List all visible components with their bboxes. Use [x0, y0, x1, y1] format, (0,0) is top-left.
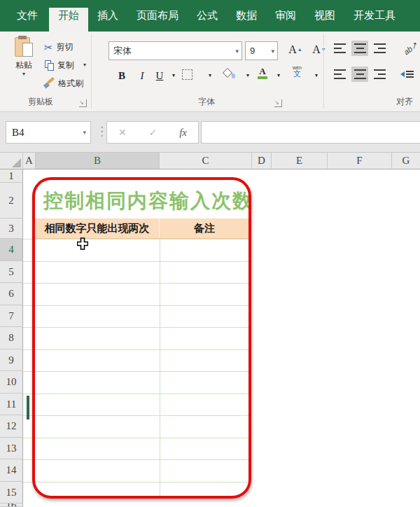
format-painter-label: 格式刷 — [58, 78, 83, 90]
cell-cursor-icon — [77, 237, 88, 250]
phonetic-guide-button[interactable]: wén 文 — [293, 65, 302, 78]
paste-button[interactable]: 粘贴 ▾ — [7, 36, 41, 92]
format-painter-button[interactable]: 格式刷 — [43, 76, 83, 90]
phonetic-guide-icon: wén 文 — [293, 65, 302, 78]
borders-icon — [182, 69, 192, 80]
font-group-label: 字体 — [178, 96, 234, 108]
italic-button[interactable]: I — [134, 67, 150, 85]
row-header-7[interactable]: 7 — [0, 305, 23, 327]
column-header-c[interactable]: C — [160, 153, 252, 169]
tab-page-layout[interactable]: 页面布局 — [127, 0, 188, 32]
format-painter-icon — [43, 78, 55, 89]
increase-font-caret-icon: ▲ — [298, 47, 302, 52]
borders-dropdown-caret[interactable]: ▾ — [206, 69, 214, 82]
cut-label: 剪切 — [57, 41, 74, 53]
select-all-corner[interactable] — [0, 153, 23, 169]
row-header-6[interactable]: 6 — [0, 283, 23, 305]
formula-buttons: ✕ ✓ fx — [106, 121, 199, 144]
copy-button[interactable]: 复制 ▾ — [45, 58, 86, 72]
alignment-group-label: 对齐 — [389, 96, 420, 108]
column-header-a[interactable]: A — [23, 153, 36, 169]
name-box[interactable]: B4 ▾ — [6, 121, 91, 144]
clipboard-group-label: 剪贴板 — [13, 96, 69, 108]
middle-align-button[interactable] — [351, 41, 368, 56]
font-color-button[interactable]: A — [258, 67, 267, 79]
column-header-f[interactable]: F — [328, 153, 392, 169]
copy-icon — [45, 60, 54, 71]
tab-review[interactable]: 审阅 — [266, 0, 305, 32]
decrease-indent-icon — [400, 71, 405, 77]
font-name-caret-icon: ▾ — [235, 48, 241, 55]
increase-font-letter: A — [288, 43, 297, 56]
cancel-icon[interactable]: ✕ — [118, 127, 127, 138]
scissors-icon: ✂ — [44, 42, 53, 53]
formula-input[interactable] — [201, 121, 420, 144]
row-header-5[interactable]: 5 — [0, 261, 23, 283]
column-header-b[interactable]: B — [36, 153, 160, 169]
font-color-dropdown-caret[interactable]: ▾ — [274, 69, 283, 82]
font-name-combobox[interactable]: 宋体 ▾ — [108, 41, 242, 60]
font-color-icon: A — [258, 67, 267, 79]
row-header-15[interactable]: 15 — [0, 482, 23, 503]
red-annotation-box — [32, 177, 251, 499]
bold-button[interactable]: B — [114, 67, 130, 85]
tab-insert[interactable]: 插入 — [88, 0, 127, 32]
column-header-d[interactable]: D — [252, 153, 272, 169]
row-header-13[interactable]: 13 — [0, 438, 23, 459]
tab-formulas[interactable]: 公式 — [188, 0, 227, 32]
font-name-value: 宋体 — [109, 45, 235, 57]
name-box-value: B4 — [6, 127, 83, 139]
tab-file[interactable]: 文件 — [6, 0, 49, 32]
align-center-button[interactable] — [351, 67, 368, 82]
phonetic-dropdown-caret[interactable]: ▾ — [312, 69, 321, 82]
row-header-3[interactable]: 3 — [0, 218, 23, 239]
top-align-button[interactable] — [332, 41, 349, 56]
column-header-g[interactable]: G — [392, 153, 420, 169]
row-header-11[interactable]: 11 — [0, 394, 23, 415]
column-header-e[interactable]: E — [272, 153, 328, 169]
font-color-letter: A — [259, 67, 265, 76]
row-header-14[interactable]: 14 — [0, 459, 23, 482]
bottom-align-button[interactable] — [371, 41, 388, 56]
ribbon: 粘贴 ▾ ✂ 剪切 复制 ▾ 格式刷 剪贴板 ↘ 宋体 ▾ 9 ▾ A — [0, 32, 420, 112]
enter-icon[interactable]: ✓ — [149, 127, 158, 138]
underline-dropdown-caret[interactable]: ▾ — [169, 69, 178, 82]
paste-clipboard-icon — [15, 36, 33, 58]
align-left-button[interactable] — [332, 67, 349, 82]
row-header-8[interactable]: 8 — [0, 327, 23, 349]
excel-window: 文件 开始 插入 页面布局 公式 数据 审阅 视图 开发工具 粘贴 ▾ ✂ 剪切… — [0, 0, 420, 507]
cut-button[interactable]: ✂ 剪切 — [44, 40, 74, 54]
increase-font-size-button[interactable]: A ▲ — [283, 40, 302, 60]
fill-color-button[interactable] — [223, 68, 235, 79]
align-right-button[interactable] — [371, 67, 388, 82]
name-box-caret-icon[interactable]: ▾ — [83, 129, 90, 136]
font-size-value: 9 — [246, 46, 271, 56]
tab-developer[interactable]: 开发工具 — [344, 0, 405, 32]
font-size-caret-icon: ▾ — [271, 48, 277, 55]
phonetic-char: 文 — [293, 70, 301, 78]
row-header-2[interactable]: 2 — [0, 183, 23, 218]
fill-color-dropdown-caret[interactable]: ▾ — [244, 69, 252, 82]
row-header-16[interactable]: 16 — [0, 503, 23, 507]
decrease-indent-button[interactable] — [400, 71, 414, 78]
copy-dropdown-caret[interactable]: ▾ — [83, 62, 86, 68]
underline-button[interactable]: U — [153, 67, 167, 85]
row-header-4[interactable]: 4 — [0, 239, 23, 261]
formula-bar-strip: B4 ▾ ⋮ ✕ ✓ fx — [0, 112, 420, 153]
row-header-1[interactable]: 1 — [0, 169, 23, 183]
row-header-12[interactable]: 12 — [0, 415, 23, 438]
clipboard-dialog-launcher-icon[interactable]: ↘ — [79, 99, 87, 107]
tab-view[interactable]: 视图 — [305, 0, 344, 32]
insert-function-icon[interactable]: fx — [179, 127, 187, 139]
borders-button[interactable] — [182, 69, 192, 80]
paste-dropdown-caret[interactable]: ▾ — [22, 71, 25, 77]
font-dialog-launcher-icon[interactable]: ↘ — [274, 99, 282, 107]
font-size-combobox[interactable]: 9 ▾ — [245, 41, 278, 60]
row-header-9[interactable]: 9 — [0, 349, 23, 371]
paste-label: 粘贴 — [15, 60, 32, 71]
tab-data[interactable]: 数据 — [227, 0, 266, 32]
orientation-button[interactable]: ab↗ — [402, 41, 419, 57]
tab-home[interactable]: 开始 — [49, 0, 88, 32]
row-header-10[interactable]: 10 — [0, 371, 23, 394]
group-separator — [91, 34, 92, 109]
